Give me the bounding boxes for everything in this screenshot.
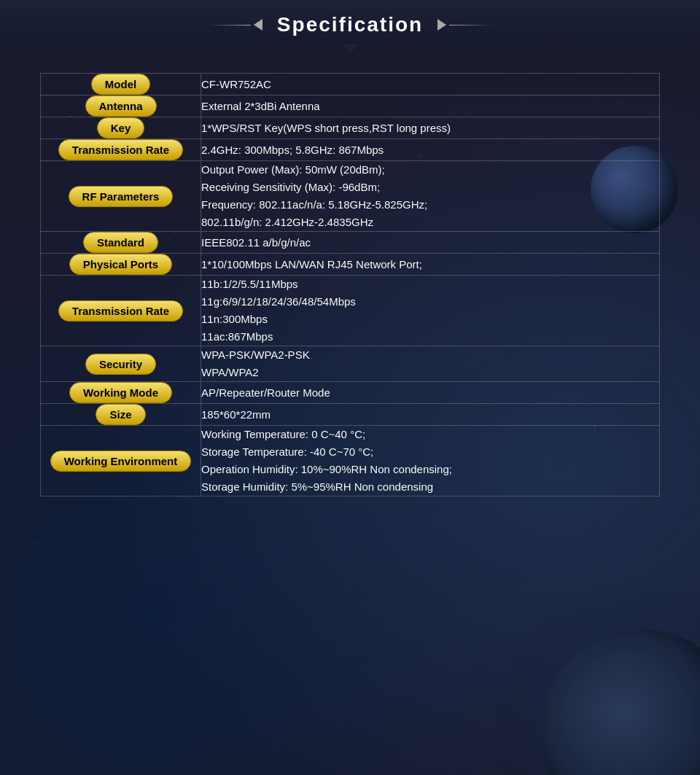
label-cell: Antenna <box>41 96 201 117</box>
spec-table: ModelCF-WR752ACAntennaExternal 2*3dBi An… <box>40 73 660 496</box>
label-badge: Model <box>91 74 150 95</box>
value-line: 802.11b/g/n: 2.412GHz-2.4835GHz <box>201 214 659 231</box>
value-line: Storage Temperature: -40 C~70 °C; <box>201 443 659 461</box>
value-cell: IEEE802.11 a/b/g/n/ac <box>201 232 660 254</box>
table-row: StandardIEEE802.11 a/b/g/n/ac <box>41 232 660 254</box>
value-cell: CF-WR752AC <box>201 74 660 96</box>
value-cell: 1*WPS/RST Key(WPS short press,RST long p… <box>201 117 660 139</box>
value-line: 1*WPS/RST Key(WPS short press,RST long p… <box>201 120 659 137</box>
header-decoration: Specification <box>0 13 700 36</box>
label-cell: Transmission Rate <box>41 139 201 161</box>
label-cell: Key <box>41 117 201 139</box>
value-line: WPA-PSK/WPA2-PSK <box>201 346 659 364</box>
table-row: RF ParametersOutput Power (Max): 50mW (2… <box>41 161 660 232</box>
value-line: Operation Humidity: 10%~90%RH Non conden… <box>201 461 659 478</box>
label-cell: Working Environment <box>41 426 201 496</box>
table-row: Size185*60*22mm <box>41 404 660 426</box>
value-cell: 11b:1/2/5.5/11Mbps11g:6/9/12/18/24/36/48… <box>201 276 660 346</box>
label-badge: Transmission Rate <box>58 300 183 322</box>
table-row: Transmission Rate11b:1/2/5.5/11Mbps11g:6… <box>41 276 660 346</box>
value-line: Working Temperature: 0 C~40 °C; <box>201 426 659 443</box>
value-cell: Output Power (Max): 50mW (20dBm);Receivi… <box>201 161 660 232</box>
value-cell: 2.4GHz: 300Mbps; 5.8GHz: 867Mbps <box>201 139 660 161</box>
label-cell: Standard <box>41 232 201 254</box>
label-badge: RF Parameters <box>69 186 174 207</box>
value-cell: AP/Repeater/Router Mode <box>201 382 660 404</box>
chevron-left-icon <box>254 19 262 31</box>
label-badge: Physical Ports <box>69 254 172 275</box>
label-badge: Working Mode <box>69 382 172 403</box>
table-row: SecurityWPA-PSK/WPA2-PSKWPA/WPA2 <box>41 346 660 382</box>
label-badge: Antenna <box>85 96 157 117</box>
value-line: Storage Humidity: 5%~95%RH Non condensin… <box>201 478 659 496</box>
table-row: AntennaExternal 2*3dBi Antenna <box>41 96 660 117</box>
table-row: Key1*WPS/RST Key(WPS short press,RST lon… <box>41 117 660 139</box>
value-cell: 1*10/100Mbps LAN/WAN RJ45 Network Port; <box>201 254 660 276</box>
value-line: 11b:1/2/5.5/11Mbps <box>201 276 659 293</box>
planet-large-decoration <box>540 629 700 775</box>
chevron-right-icon <box>438 19 446 31</box>
label-cell: Model <box>41 74 201 96</box>
label-badge: Key <box>97 117 145 139</box>
value-line: 11g:6/9/12/18/24/36/48/54Mbps <box>201 293 659 311</box>
label-cell: Transmission Rate <box>41 276 201 346</box>
main-content: ModelCF-WR752ACAntennaExternal 2*3dBi An… <box>0 44 700 518</box>
page-title: Specification <box>265 13 435 36</box>
value-line: IEEE802.11 a/b/g/n/ac <box>201 234 659 252</box>
value-line: External 2*3dBi Antenna <box>201 98 659 115</box>
value-line: 185*60*22mm <box>201 406 659 424</box>
label-cell: RF Parameters <box>41 161 201 232</box>
value-line: WPA/WPA2 <box>201 364 659 381</box>
label-badge: Standard <box>83 232 158 253</box>
label-badge: Transmission Rate <box>58 139 183 160</box>
value-line: Output Power (Max): 50mW (20dBm); <box>201 161 659 179</box>
value-line: 11ac:867Mbps <box>201 328 659 346</box>
value-cell: Working Temperature: 0 C~40 °C;Storage T… <box>201 426 660 496</box>
value-cell: WPA-PSK/WPA2-PSKWPA/WPA2 <box>201 346 660 382</box>
label-badge: Size <box>96 404 145 425</box>
label-badge: Working Environment <box>50 451 192 472</box>
value-cell: 185*60*22mm <box>201 404 660 426</box>
label-cell: Security <box>41 346 201 382</box>
value-line: CF-WR752AC <box>201 76 659 93</box>
table-row: Physical Ports1*10/100Mbps LAN/WAN RJ45 … <box>41 254 660 276</box>
page-header: Specification <box>0 0 700 44</box>
label-badge: Security <box>85 354 156 375</box>
table-row: ModelCF-WR752AC <box>41 74 660 96</box>
table-row: Working ModeAP/Repeater/Router Mode <box>41 382 660 404</box>
table-row: Working EnvironmentWorking Temperature: … <box>41 426 660 496</box>
label-cell: Working Mode <box>41 382 201 404</box>
value-line: AP/Repeater/Router Mode <box>201 384 659 402</box>
header-line-right <box>435 19 493 31</box>
value-line: 11n:300Mbps <box>201 311 659 328</box>
value-line: 1*10/100Mbps LAN/WAN RJ45 Network Port; <box>201 256 659 273</box>
header-line-left <box>207 19 265 31</box>
label-cell: Size <box>41 404 201 426</box>
value-cell: External 2*3dBi Antenna <box>201 96 660 117</box>
table-row: Transmission Rate2.4GHz: 300Mbps; 5.8GHz… <box>41 139 660 161</box>
value-line: Frequency: 802.11ac/n/a: 5.18GHz-5.825GH… <box>201 196 659 214</box>
value-line: 2.4GHz: 300Mbps; 5.8GHz: 867Mbps <box>201 141 659 159</box>
label-cell: Physical Ports <box>41 254 201 276</box>
value-line: Receiving Sensitivity (Max): -96dBm; <box>201 179 659 196</box>
